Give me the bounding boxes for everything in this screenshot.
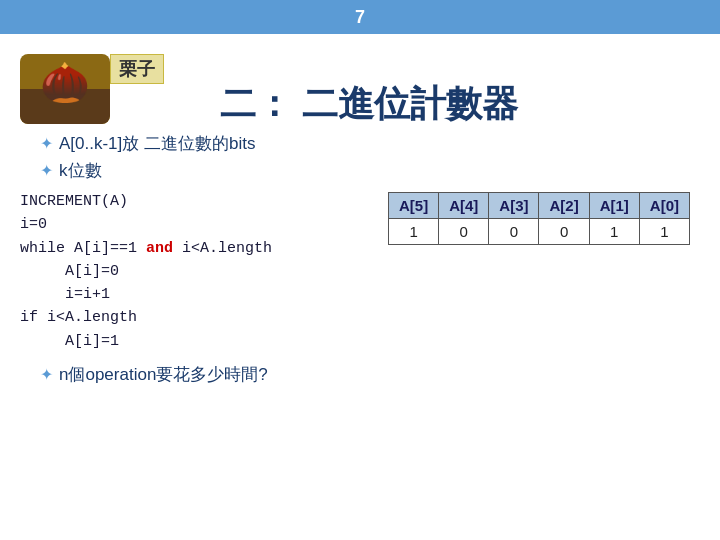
bullet-icon-1: ✦ <box>40 134 53 153</box>
cell-2: 0 <box>489 219 539 245</box>
col-header-2: A[3] <box>489 193 539 219</box>
code-block: INCREMENT(A) i=0 while A[i]==1 and i<A.l… <box>20 190 372 353</box>
cell-3: 0 <box>539 219 589 245</box>
bullet-2: ✦ k位數 <box>40 159 690 182</box>
chestnut-image <box>20 54 110 124</box>
table-data-row: 1 0 0 0 1 1 <box>388 219 689 245</box>
content-area: 栗子 二： 二進位計數器 ✦ A[0..k-1]放 二進位數的bits ✦ k位… <box>0 34 720 540</box>
bullets: ✦ A[0..k-1]放 二進位數的bits ✦ k位數 <box>40 132 690 182</box>
array-table: A[5] A[4] A[3] A[2] A[1] A[0] 1 0 0 0 1 <box>388 192 690 245</box>
bullet-2-text: k位數 <box>59 159 102 182</box>
table-header-row: A[5] A[4] A[3] A[2] A[1] A[0] <box>388 193 689 219</box>
main-layout: INCREMENT(A) i=0 while A[i]==1 and i<A.l… <box>20 190 690 353</box>
bottom-bullet: ✦ n個operation要花多少時間? <box>40 363 690 386</box>
code-line-2: i=0 <box>20 213 372 236</box>
bottom-bullet-icon: ✦ <box>40 365 53 384</box>
bullet-1: ✦ A[0..k-1]放 二進位數的bits <box>40 132 690 155</box>
code-line-1: INCREMENT(A) <box>20 190 372 213</box>
cell-0: 1 <box>388 219 438 245</box>
bullet-icon-2: ✦ <box>40 161 53 180</box>
and-keyword: and <box>146 240 173 257</box>
header-area: 栗子 二： 二進位計數器 <box>20 54 690 124</box>
cell-1: 0 <box>439 219 489 245</box>
code-line-5: i=i+1 <box>20 283 372 306</box>
col-header-5: A[0] <box>639 193 689 219</box>
code-line-7: A[i]=1 <box>20 330 372 353</box>
col-header-1: A[4] <box>439 193 489 219</box>
code-line-3: while A[i]==1 and i<A.length <box>20 237 372 260</box>
slide-number: 7 <box>0 0 720 34</box>
slide: 7 栗子 二： 二進位計數器 ✦ A[0..k-1]放 二進位數的bits ✦ … <box>0 0 720 540</box>
cell-5: 1 <box>639 219 689 245</box>
code-line-4: A[i]=0 <box>20 260 372 283</box>
chestnut-label: 栗子 <box>110 54 164 84</box>
col-header-4: A[1] <box>589 193 639 219</box>
cell-4: 1 <box>589 219 639 245</box>
bullet-1-text: A[0..k-1]放 二進位數的bits <box>59 132 255 155</box>
code-line-6: if i<A.length <box>20 306 372 329</box>
slide-title: 二： 二進位計數器 <box>220 84 518 124</box>
col-header-0: A[5] <box>388 193 438 219</box>
bottom-bullet-text: n個operation要花多少時間? <box>59 363 268 386</box>
col-header-3: A[2] <box>539 193 589 219</box>
